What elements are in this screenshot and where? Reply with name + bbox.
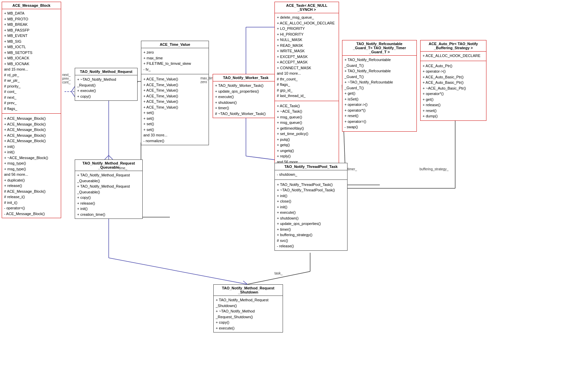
tao-notify-worker-task-methods: + TAO_Notify_Worker_Task()+ update_qos_p… (213, 81, 279, 118)
ace-auto-ptr-title: ACE_Auto_Ptr< TAO_Notify_Buffering_Strat… (421, 40, 486, 52)
ace-auto-ptr-fields: + ACE_ALLOC_HOOK_DECLARE (421, 52, 486, 60)
ace-message-block-fields: + MB_DATA+ MB_PROTO+ MB_BREAK+ MB_PASSFP… (2, 9, 61, 113)
tao-notify-method-request-queueable-box: TAO_Notify_Method_Request_Queueable + TA… (75, 159, 143, 219)
diagram-container: ACE_Message_Block + MB_DATA+ MB_PROTO+ M… (0, 0, 588, 380)
tao-notify-refcountable-title: TAO_Notify_Refcountable_Guard_T< TAO_Not… (342, 40, 416, 56)
tao-notify-method-request-shutdown-title: TAO_Notify_Method_Request_Shutdown (214, 285, 283, 296)
tao-notify-method-request-queueable-title: TAO_Notify_Method_Request_Queueable (75, 160, 142, 171)
buffering-strategy-label: buffering_strategy_ (420, 167, 448, 171)
ace-message-block-methods: + ACE_Message_Block()+ ACE_Message_Block… (2, 114, 61, 218)
tao-notify-method-request-shutdown-box: TAO_Notify_Method_Request_Shutdown + TAO… (213, 284, 283, 332)
tao-notify-refcountable-methods: + TAO_Notify_Refcountable_Guard_T() + TA… (342, 56, 416, 131)
ace-time-value-box: ACE_Time_Value + zero+ max_time+ FILETIM… (141, 41, 209, 145)
ace-message-block-title: ACE_Message_Block (2, 2, 61, 9)
ace-message-block-box: ACE_Message_Block + MB_DATA+ MB_PROTO+ M… (2, 2, 61, 218)
tao-notify-worker-task-box: TAO_Notify_Worker_Task + TAO_Notify_Work… (213, 74, 279, 118)
ace-time-value-methods: + ACE_Time_Value()+ ACE_Time_Value()+ AC… (141, 75, 209, 145)
ace-auto-ptr-methods: + ACE_Auto_Ptr()+ operator->()+ ACE_Auto… (421, 62, 486, 120)
tao-notify-method-request-queueable-methods: + TAO_Notify_Method_Request_Queueable() … (75, 171, 142, 218)
next-prev-cont-label: next_prev_cont_ (62, 73, 71, 84)
tao-notify-refcountable-box: TAO_Notify_Refcountable_Guard_T< TAO_Not… (342, 40, 417, 132)
ace-task-title: ACE_Task< ACE_NULL_SYNCH > (275, 2, 339, 13)
tao-notify-threadpool-task-fields: - shutdown_ (275, 170, 347, 179)
task-label: task_ (274, 271, 283, 275)
tao-notify-threadpool-task-box: TAO_Notify_ThreadPool_Task - shutdown_ +… (274, 163, 348, 251)
timer-label: timer_ (348, 167, 357, 171)
tao-notify-threadpool-task-title: TAO_Notify_ThreadPool_Task (275, 163, 347, 170)
tao-notify-method-request-box: TAO_Notify_Method_Request + ~TAO_Notify_… (75, 68, 138, 101)
ace-auto-ptr-box: ACE_Auto_Ptr< TAO_Notify_Buffering_Strat… (420, 40, 486, 121)
time-label: time_ (119, 166, 127, 170)
ace-time-value-title: ACE_Time_Value (141, 41, 209, 48)
tao-notify-method-request-shutdown-methods: + TAO_Notify_Method_Request_Shutdown() +… (214, 296, 283, 332)
tao-notify-method-request-methods: + ~TAO_Notify_Method_Request()+ execute(… (75, 75, 137, 100)
tao-notify-method-request-title: TAO_Notify_Method_Request (75, 68, 137, 75)
tao-notify-threadpool-task-methods: + TAO_Notify_ThreadPool_Task()+ ~TAO_Not… (275, 180, 347, 250)
svg-line-5 (109, 258, 247, 284)
ace-time-value-fields: + zero+ max_time+ FILETIME_to_timval_ske… (141, 48, 209, 73)
ace-task-fields: + delete_msg_queue_+ ACE_ALLOC_HOOK_DECL… (275, 13, 339, 100)
tao-notify-worker-task-title: TAO_Notify_Worker_Task (213, 74, 279, 81)
